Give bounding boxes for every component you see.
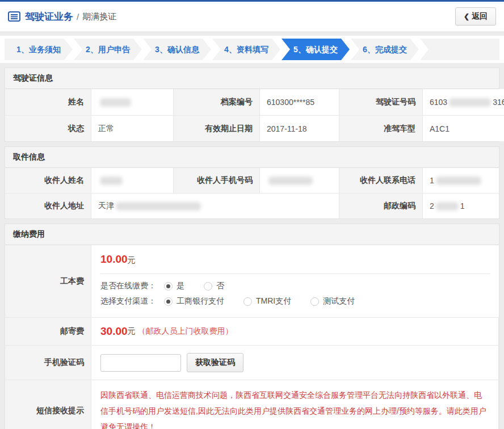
tab-step-1[interactable]: 1、业务须知 (5, 39, 73, 60)
card-fee-label: 工本费 (5, 245, 91, 317)
radio-channel-tmri[interactable]: TMRI支付 (243, 296, 291, 306)
radio-label-icbc: 工商银行支付 (177, 296, 224, 306)
step-tabs: 1、业务须知 2、用户申告 3、确认信息 4、资料填写 5、确认提交 6、完成提… (0, 36, 504, 63)
redacted-recipient-address (116, 202, 201, 211)
card-fee-value: 10.00元 是否在线缴费： 是 否 选择支付渠道： 工商银行支付 TMRI支付… (91, 245, 499, 317)
redacted-recipient-name (100, 176, 123, 185)
back-chevron-icon: ❮ (464, 12, 469, 20)
mail-fee-amount: 30.00 (100, 325, 128, 338)
license-section-title: 驾驶证信息 (5, 68, 499, 89)
get-sms-code-button[interactable]: 获取验证码 (187, 353, 243, 372)
mail-fee-note: （邮政人员上门收取费用） (138, 326, 233, 337)
recipient-phone-prefix: 1 (430, 176, 434, 185)
redacted-recipient-phone (436, 176, 481, 185)
recipient-name-value (91, 168, 174, 193)
redacted-recipient-mobile (268, 176, 313, 185)
postcode-label: 邮政编码 (339, 193, 423, 218)
recipient-address-label: 收件人地址 (5, 193, 91, 218)
license-no-prefix: 6103 (430, 98, 447, 107)
sms-notice-value: 因陕西省联通、电信运营商技术问题，陕西省互联网交通安全综合服务管理平台无法向持陕… (91, 380, 499, 429)
name-label: 姓名 (5, 89, 91, 115)
card-fee-unit: 元 (128, 255, 136, 264)
online-pay-label: 是否在线缴费： (100, 281, 156, 291)
tab-step-3[interactable]: 3、确认信息 (143, 39, 211, 60)
sms-notice-label: 短信接收提示 (5, 380, 91, 429)
file-no-value: 610300****85 (260, 89, 339, 115)
radio-channel-icbc[interactable]: 工商银行支付 (164, 296, 224, 306)
mail-fee-label: 邮寄费 (5, 317, 91, 345)
radio-label-no: 否 (216, 281, 224, 291)
sms-code-label: 手机验证码 (5, 345, 91, 380)
recipient-address-value: 天津 (91, 193, 339, 218)
radio-dot-icon (310, 297, 319, 306)
fees-section-title: 缴纳费用 (5, 224, 499, 245)
recipient-address-prefix: 天津 (98, 201, 114, 211)
radio-label-yes: 是 (177, 281, 184, 291)
recipient-phone-value: 1 (423, 168, 499, 193)
radio-dot-icon (204, 282, 212, 291)
redacted-license-no (449, 98, 491, 107)
radio-online-pay-no[interactable]: 否 (204, 281, 224, 291)
postcode-value: 21 (423, 193, 499, 218)
back-button-label: 返回 (472, 11, 488, 22)
tab-filler (420, 39, 499, 60)
vehicle-value: A1C1 (423, 115, 504, 141)
page-header: 驾驶证业务 / 期满换证 ❮ 返回 (0, 2, 504, 31)
redacted-name (100, 98, 131, 107)
tab-step-2[interactable]: 2、用户申告 (74, 39, 142, 60)
mail-fee-unit: 元 (128, 326, 136, 337)
vehicle-label: 准驾车型 (339, 115, 423, 141)
breadcrumb-separator: / (77, 12, 79, 22)
back-button[interactable]: ❮ 返回 (455, 7, 496, 26)
radio-label-test: 测试支付 (323, 296, 355, 306)
radio-channel-test[interactable]: 测试支付 (310, 296, 355, 306)
recipient-phone-label: 收件人联系电话 (339, 168, 423, 193)
postcode-suffix: 1 (460, 201, 465, 211)
sms-code-field: 获取验证码 (91, 345, 499, 380)
license-info-card: 驾驶证信息 姓名 档案编号 610300****85 驾驶证号码 6103316… (5, 68, 499, 142)
fees-card: 缴纳费用 工本费 10.00元 是否在线缴费： 是 否 选择支付渠道： 工商银行… (5, 224, 499, 429)
expiry-value: 2017-11-18 (260, 115, 339, 141)
status-label: 状态 (5, 115, 91, 141)
license-no-suffix: 3163X (493, 98, 504, 107)
license-no-value: 61033163X (423, 89, 504, 115)
recipient-mobile-value (260, 168, 339, 193)
page-title: 驾驶证业务 (25, 10, 73, 23)
card-fee-amount: 10.00 (100, 253, 128, 265)
radio-online-pay-yes[interactable]: 是 (164, 281, 184, 291)
pay-channel-label: 选择支付渠道： (100, 296, 156, 306)
status-value: 正常 (91, 115, 174, 141)
radio-dot-icon (164, 282, 173, 291)
pickup-info-card: 取件信息 收件人姓名 收件人手机号码 收件人联系电话 1 收件人地址 天津 邮政… (5, 146, 499, 219)
radio-dot-icon (243, 297, 252, 306)
mail-fee-value: 30.00元（邮政人员上门收取费用） (91, 317, 499, 345)
tab-step-4[interactable]: 4、资料填写 (212, 39, 280, 60)
breadcrumb-current: 期满换证 (82, 11, 116, 22)
sms-code-input[interactable] (100, 354, 181, 372)
radio-label-tmri: TMRI支付 (256, 296, 291, 306)
tab-step-6[interactable]: 6、完成提交 (351, 39, 419, 60)
radio-dot-icon (164, 297, 173, 306)
license-list-icon (8, 11, 20, 22)
file-no-label: 档案编号 (174, 89, 260, 115)
redacted-postcode (436, 202, 459, 211)
recipient-name-label: 收件人姓名 (5, 168, 91, 193)
license-no-label: 驾驶证号码 (339, 89, 423, 115)
name-value (91, 89, 174, 115)
postcode-prefix: 2 (430, 201, 434, 211)
expiry-label: 有效期止日期 (174, 115, 260, 141)
recipient-mobile-label: 收件人手机号码 (174, 168, 260, 193)
pickup-section-title: 取件信息 (5, 147, 499, 168)
sms-notice-text: 因陕西省联通、电信运营商技术问题，陕西省互联网交通安全综合服务管理平台无法向持陕… (100, 385, 489, 429)
tab-step-5-active[interactable]: 5、确认提交 (282, 39, 350, 60)
